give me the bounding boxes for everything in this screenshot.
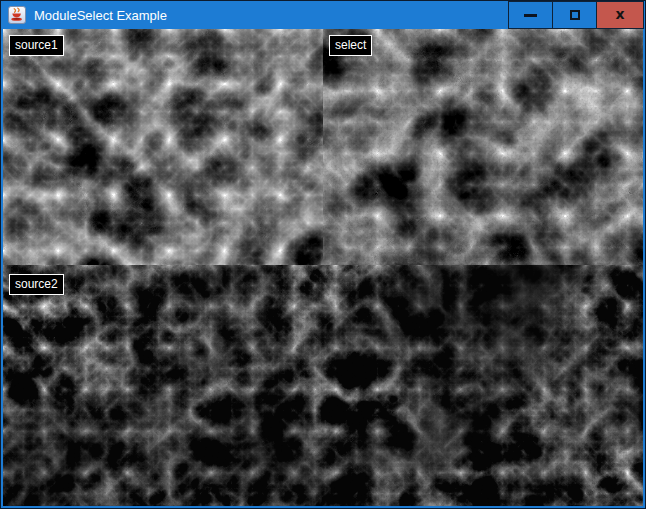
java-coffee-cup-icon[interactable] bbox=[8, 6, 26, 24]
close-button[interactable]: x bbox=[596, 1, 644, 29]
titlebar[interactable]: ModuleSelect Example x bbox=[1, 1, 645, 29]
minimize-icon bbox=[524, 14, 537, 17]
select-label: select bbox=[329, 35, 372, 56]
source1-image bbox=[3, 29, 323, 265]
source1-label: source1 bbox=[9, 35, 64, 56]
window-title: ModuleSelect Example bbox=[34, 8, 167, 23]
noise-render-area: source1 select source2 bbox=[3, 29, 643, 506]
maximize-icon bbox=[570, 10, 580, 20]
source2-label: source2 bbox=[9, 274, 64, 295]
source2-image bbox=[3, 265, 643, 506]
window-controls: x bbox=[509, 1, 644, 29]
close-icon: x bbox=[615, 9, 624, 19]
minimize-button[interactable] bbox=[508, 1, 553, 29]
app-window: ModuleSelect Example x bbox=[0, 0, 646, 509]
maximize-button[interactable] bbox=[552, 1, 597, 29]
